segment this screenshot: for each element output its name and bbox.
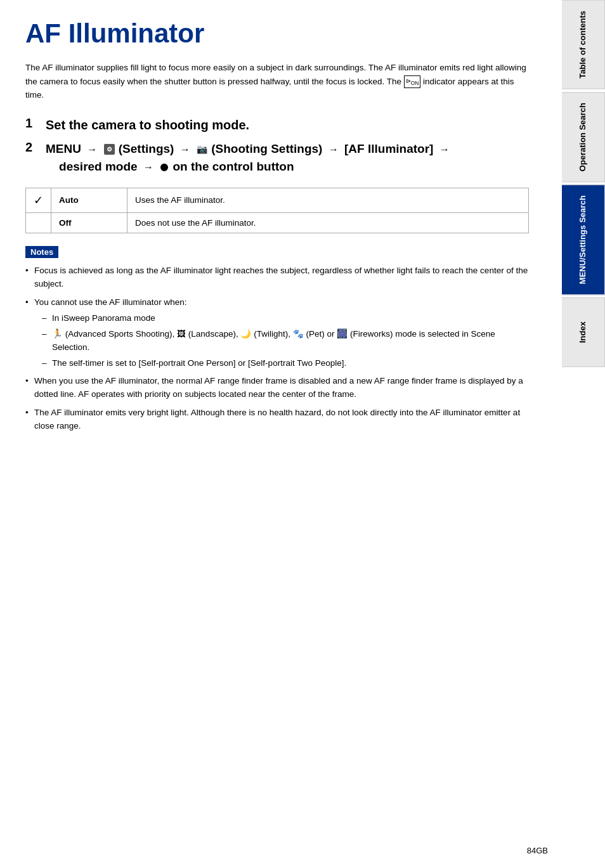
notes-section: Notes Focus is achieved as long as the A…: [25, 246, 529, 433]
settings-table: ✓ Auto Uses the AF illuminator. Off Does…: [25, 188, 529, 233]
main-content: AF Illuminator The AF illuminator suppli…: [0, 0, 554, 463]
table-cell-icon: ✓: [26, 188, 51, 212]
shooting-settings-icon: 📷: [197, 143, 207, 156]
tab-menu-settings-search[interactable]: MENU/Settings Search: [562, 185, 605, 295]
step-1: 1 Set the camera to shooting mode.: [25, 116, 529, 134]
table-row: Off Does not use the AF illuminator.: [26, 212, 529, 233]
table-cell-icon: [26, 212, 51, 233]
list-item: In iSweep Panorama mode: [42, 312, 529, 325]
list-item: When you use the AF illuminator, the nor…: [25, 375, 529, 401]
table-cell-desc: Uses the AF illuminator.: [127, 188, 529, 212]
fon-indicator: ⊳ON: [404, 75, 421, 88]
notes-label: Notes: [25, 246, 58, 258]
page-title: AF Illuminator: [25, 19, 529, 48]
control-button-icon: [160, 164, 168, 171]
step-2: 2 MENU → ⚙ (Settings) → 📷 (Shooting Sett…: [25, 140, 529, 176]
tab-operation-search[interactable]: Operation Search: [562, 92, 605, 182]
list-item: 🏃 (Advanced Sports Shooting), 🖼 (Landsca…: [42, 328, 529, 354]
tab-table-of-contents[interactable]: Table of contents: [562, 0, 605, 89]
list-item: Focus is achieved as long as the AF illu…: [25, 264, 529, 291]
settings-icon: ⚙: [104, 144, 115, 155]
sidebar: Table of contents Operation Search MENU/…: [557, 0, 605, 868]
table-cell-mode: Off: [51, 212, 127, 233]
tab-index[interactable]: Index: [562, 297, 605, 367]
table-row: ✓ Auto Uses the AF illuminator.: [26, 188, 529, 212]
notes-list: Focus is achieved as long as the AF illu…: [25, 264, 529, 433]
sub-list: In iSweep Panorama mode 🏃 (Advanced Spor…: [42, 312, 529, 370]
list-item: The self-timer is set to [Self-portrait …: [42, 357, 529, 370]
table-cell-desc: Does not use the AF illuminator.: [127, 212, 529, 233]
page-number: 84GB: [527, 846, 548, 855]
list-item: You cannot use the AF illuminator when: …: [25, 296, 529, 370]
list-item: The AF illuminator emits very bright lig…: [25, 406, 529, 433]
table-cell-mode: Auto: [51, 188, 127, 212]
intro-text: The AF illuminator supplies fill light t…: [25, 61, 529, 102]
